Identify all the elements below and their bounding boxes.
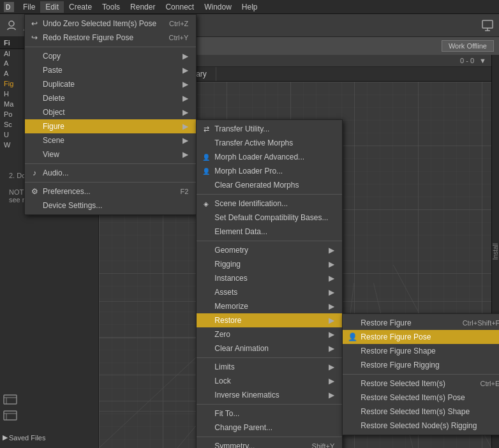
fig-rigging[interactable]: Rigging ▶ — [197, 257, 342, 271]
fig-transfer-morphs[interactable]: Transfer Active Morphs — [197, 136, 342, 150]
fig-sep-2 — [197, 241, 342, 241]
menu-paste[interactable]: Paste ▶ — [25, 63, 196, 77]
transfer-icon: ⇄ — [200, 125, 212, 133]
fig-sep-5 — [197, 437, 342, 437]
saved-files-label[interactable]: ▶ Saved Files — [3, 433, 45, 442]
fig-fit-to[interactable]: Fit To... — [197, 407, 342, 421]
redo-icon: ↪ — [29, 33, 40, 42]
fig-assets[interactable]: Assets ▶ — [197, 285, 342, 299]
svg-rect-27 — [4, 411, 17, 420]
figure-submenu: ⇄ Transfer Utility... Transfer Active Mo… — [196, 119, 343, 448]
menu-file[interactable]: File — [18, 1, 40, 13]
menu-redo[interactable]: ↪ Redo Restore Figure Pose Ctrl+Y — [25, 31, 196, 45]
menu-delete[interactable]: Delete ▶ — [25, 91, 196, 105]
fig-transfer-utility[interactable]: ⇄ Transfer Utility... — [197, 122, 342, 136]
edit-menu: ↩ Undo Zero Selected Item(s) Pose Ctrl+Z… — [24, 14, 197, 215]
edit-menu-container: ↩ Undo Zero Selected Item(s) Pose Ctrl+Z… — [24, 14, 197, 215]
fig-element-data[interactable]: Element Data... — [197, 225, 342, 239]
scene-id-icon: ◈ — [200, 200, 212, 207]
svg-point-2 — [9, 21, 14, 26]
menu-render[interactable]: Render — [125, 1, 160, 13]
fig-clear-animation[interactable]: Clear Animation ▶ — [197, 341, 342, 355]
dropdown-arrow[interactable]: ▼ — [479, 57, 486, 64]
menu-preferences[interactable]: ⚙ Preferences... F2 — [25, 184, 196, 198]
fig-change-parent[interactable]: Change Parent... — [197, 421, 342, 435]
restore-figure[interactable]: Restore Figure Ctrl+Shift+F — [343, 316, 499, 330]
file-header-label: Fi — [4, 39, 10, 47]
restore-submenu: Restore Figure Ctrl+Shift+F 👤 Restore Fi… — [342, 313, 499, 435]
restore-figure-rigging[interactable]: Restore Figure Rigging — [343, 358, 499, 372]
fig-morph-advanced[interactable]: 👤 Morph Loader Advanced... — [197, 150, 342, 164]
separator-3 — [25, 182, 196, 183]
menu-undo[interactable]: ↩ Undo Zero Selected Item(s) Pose Ctrl+Z — [25, 17, 196, 31]
fig-instances[interactable]: Instances ▶ — [197, 271, 342, 285]
restore-figure-pose[interactable]: 👤 Restore Figure Pose — [343, 330, 499, 344]
toolbar-icon-1[interactable] — [3, 17, 20, 34]
fig-zero[interactable]: Zero ▶ — [197, 327, 342, 341]
fig-default-compat[interactable]: Set Default Compatibility Bases... — [197, 211, 342, 225]
panel-icon-2 — [3, 408, 18, 426]
counter-label: 0 - 0 — [460, 57, 474, 64]
menu-view[interactable]: View ▶ — [25, 147, 196, 161]
menu-device-settings[interactable]: Device Settings... — [25, 198, 196, 213]
app-icon: D — [3, 1, 15, 13]
panel-icon-1 — [3, 392, 18, 410]
menubar: D File Edit Create Tools Render Connect … — [0, 0, 499, 14]
svg-text:D: D — [6, 4, 10, 11]
restore-pose-icon: 👤 — [346, 332, 358, 341]
menu-window[interactable]: Window — [199, 1, 237, 13]
restore-figure-shape[interactable]: Restore Figure Shape — [343, 344, 499, 358]
fig-memorize[interactable]: Memorize ▶ — [197, 299, 342, 313]
restore-sep-1 — [343, 374, 499, 375]
restore-selected-items[interactable]: Restore Selected Item(s) Ctrl+E — [343, 377, 499, 391]
restore-selected-rigging[interactable]: Restore Selected Node(s) Rigging — [343, 419, 499, 433]
menu-tools[interactable]: Tools — [97, 1, 125, 13]
menu-duplicate[interactable]: Duplicate ▶ — [25, 77, 196, 91]
menu-connect[interactable]: Connect — [160, 1, 199, 13]
fig-sep-3 — [197, 357, 342, 358]
menu-figure[interactable]: Figure ▶ ⇄ Transfer Utility... Transfer … — [25, 119, 196, 133]
fig-lock[interactable]: Lock ▶ — [197, 374, 342, 388]
svg-rect-24 — [4, 395, 17, 404]
fig-scene-id[interactable]: ◈ Scene Identification... — [197, 197, 342, 211]
separator-2 — [25, 163, 196, 164]
fig-symmetry[interactable]: Symmetry... Shift+Y — [197, 439, 342, 448]
menu-create[interactable]: Create — [64, 1, 97, 13]
toolbar-icon-right-1[interactable] — [479, 17, 496, 34]
fig-geometry[interactable]: Geometry ▶ — [197, 243, 342, 257]
fig-limits[interactable]: Limits ▶ — [197, 360, 342, 374]
undo-icon: ↩ — [29, 19, 40, 28]
morph-adv-icon: 👤 — [200, 154, 212, 161]
menu-copy[interactable]: Copy ▶ — [25, 49, 196, 63]
audio-icon: ♪ — [29, 168, 40, 177]
prefs-icon: ⚙ — [29, 187, 40, 196]
restore-selected-shape[interactable]: Restore Selected Item(s) Shape — [343, 405, 499, 419]
fig-sep-4 — [197, 404, 342, 405]
morph-pro-icon: 👤 — [200, 168, 212, 175]
menu-audio[interactable]: ♪ Audio... — [25, 166, 196, 180]
fig-clear-morphs[interactable]: Clear Generated Morphs — [197, 178, 342, 192]
work-offline-button[interactable]: Work Offline — [442, 40, 494, 52]
fig-morph-pro[interactable]: 👤 Morph Loader Pro... — [197, 164, 342, 178]
menu-object[interactable]: Object ▶ — [25, 105, 196, 119]
svg-rect-21 — [482, 20, 493, 28]
fig-restore[interactable]: Restore ▶ Restore Figure Ctrl+Shift+F 👤 … — [197, 313, 342, 327]
menu-scene[interactable]: Scene ▶ — [25, 133, 196, 147]
fig-ik[interactable]: Inverse Kinematics ▶ — [197, 388, 342, 402]
menu-help[interactable]: Help — [237, 1, 263, 13]
restore-selected-pose[interactable]: Restore Selected Item(s) Pose — [343, 391, 499, 405]
separator-1 — [25, 47, 196, 47]
install-label: Install — [492, 243, 499, 260]
fig-sep-1 — [197, 194, 342, 195]
menu-edit[interactable]: Edit — [40, 1, 64, 13]
